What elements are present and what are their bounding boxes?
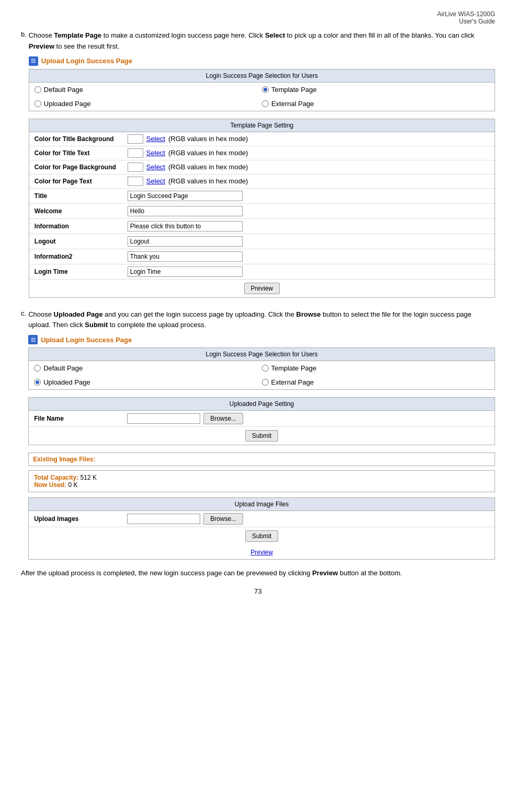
preview-link-images[interactable]: Preview xyxy=(250,549,273,556)
browse-button-uploaded[interactable]: Browse... xyxy=(203,413,243,424)
now-used-row: Now Used: 0 K xyxy=(34,481,489,489)
radio-uploaded-label-b: Uploaded Page xyxy=(44,100,91,108)
radio-external-input-c[interactable] xyxy=(262,379,269,386)
template-settings-header: Template Page Setting xyxy=(29,119,495,132)
information-input[interactable] xyxy=(128,221,243,231)
existing-files-label-text: Existing Image Files: xyxy=(33,456,95,463)
header-line1: AirLive WIAS-1200G xyxy=(21,10,495,18)
radio-external-c[interactable]: External Page xyxy=(262,378,489,386)
upload-images-label: Upload Images xyxy=(29,512,123,526)
color-title-text-hint: (RGB values in hex mode) xyxy=(168,149,248,157)
title-input[interactable] xyxy=(128,191,243,201)
preview-button-b[interactable]: Preview xyxy=(244,283,280,294)
radio-default-input-b[interactable] xyxy=(35,86,41,93)
radio-uploaded-input-c[interactable] xyxy=(34,379,41,386)
radio-default-b[interactable]: Default Page xyxy=(35,86,262,94)
logout-row: Logout xyxy=(29,234,495,249)
radio-external-input-b[interactable] xyxy=(262,100,269,107)
preview-bold: Preview xyxy=(29,42,54,50)
upload-header-label-b: Upload Login Success Page xyxy=(41,57,132,65)
title-row: Title xyxy=(29,189,495,204)
color-page-bg-row: Color for Page Background Select (RGB va… xyxy=(29,160,495,175)
upload-images-row: Upload Images Browse... xyxy=(29,511,495,527)
radio-template-input-b[interactable] xyxy=(262,86,269,93)
information2-value xyxy=(123,249,495,264)
radio-default-c[interactable]: Default Page xyxy=(34,364,261,372)
radio-template-c[interactable]: Template Page xyxy=(262,364,489,372)
color-page-text-hint: (RGB values in hex mode) xyxy=(168,177,248,185)
information-value xyxy=(123,219,495,234)
radio-uploaded-input-b[interactable] xyxy=(35,100,41,107)
section-b-letter: b. xyxy=(21,30,27,305)
logout-input[interactable] xyxy=(128,236,243,247)
information2-label: Information2 xyxy=(29,250,123,263)
color-title-bg-select[interactable]: Select xyxy=(146,135,165,143)
footer-text-after: button at the bottom. xyxy=(338,569,402,577)
radio-uploaded-c[interactable]: Uploaded Page xyxy=(34,378,261,386)
login-time-input[interactable] xyxy=(128,266,243,277)
text-after-select: to pick up a color and then fill in all … xyxy=(285,31,474,39)
section-b-content: Choose Template Page to make a customize… xyxy=(29,30,495,305)
color-page-bg-label: Color for Page Background xyxy=(29,160,123,174)
radio-template-b[interactable]: Template Page xyxy=(262,86,489,94)
color-title-bg-row: Color for Title Background Select (RGB v… xyxy=(29,132,495,146)
radio-uploaded-b[interactable]: Uploaded Page xyxy=(35,100,262,108)
section-c-content: Choose Uploaded Page and you can get the… xyxy=(28,309,495,560)
browse-bold: Browse xyxy=(296,310,321,318)
preview-row-b: Preview xyxy=(29,280,495,297)
color-page-bg-box xyxy=(128,163,143,172)
radio-uploaded-label-c: Uploaded Page xyxy=(43,378,90,386)
information2-input[interactable] xyxy=(128,251,243,262)
header-line2: User's Guide xyxy=(21,18,495,25)
upload-image-header: Upload Image Files xyxy=(29,498,495,511)
color-page-text-select[interactable]: Select xyxy=(146,177,165,185)
file-name-row: File Name Browse... xyxy=(29,411,495,427)
uploaded-page-bold: Uploaded Page xyxy=(54,310,103,318)
text-after-template: to make a customized login success page … xyxy=(101,31,265,39)
selection-panel-header-b: Login Success Page Selection for Users xyxy=(29,69,495,83)
welcome-input[interactable] xyxy=(128,206,243,216)
color-page-bg-select[interactable]: Select xyxy=(146,163,165,171)
color-title-text-row: Color for Title Text Select (RGB values … xyxy=(29,146,495,160)
now-used-label: Now Used: xyxy=(34,481,66,489)
upload-images-file-box[interactable] xyxy=(127,514,200,524)
submit-button-images[interactable]: Submit xyxy=(245,530,278,542)
radio-external-label-b: External Page xyxy=(271,100,314,108)
upload-icon-c: ☷ xyxy=(28,335,38,344)
color-page-text-label: Color for Page Text xyxy=(29,175,123,188)
capacity-panel: Total Capacity: 512 K Now Used: 0 K xyxy=(28,470,495,492)
total-capacity-row: Total Capacity: 512 K xyxy=(34,474,489,481)
footer-text-before: After the upload process is completed, t… xyxy=(21,569,312,577)
login-time-value xyxy=(123,264,495,279)
preview-link-row: Preview xyxy=(29,545,495,559)
color-title-bg-hint: (RGB values in hex mode) xyxy=(168,135,248,143)
color-page-text-value: Select (RGB values in hex mode) xyxy=(123,175,495,188)
color-page-text-row: Color for Page Text Select (RGB values i… xyxy=(29,175,495,189)
color-title-bg-box xyxy=(128,134,143,144)
text-end-c: to complete the upload process. xyxy=(108,321,206,329)
submit-button-uploaded[interactable]: Submit xyxy=(245,430,278,442)
selection-panel-body-c: Default Page Template Page Uploaded Page xyxy=(29,361,495,389)
logout-label: Logout xyxy=(29,235,123,248)
file-name-value: Browse... xyxy=(123,411,495,426)
color-title-text-select[interactable]: Select xyxy=(146,149,165,157)
radio-row-2-c: Uploaded Page External Page xyxy=(29,375,495,389)
template-settings-panel: Template Page Setting Color for Title Ba… xyxy=(29,119,495,298)
radio-external-b[interactable]: External Page xyxy=(262,100,489,108)
file-input-box[interactable] xyxy=(127,413,200,424)
color-title-text-value: Select (RGB values in hex mode) xyxy=(123,146,495,160)
section-c-intro: Choose Uploaded Page and you can get the… xyxy=(28,309,495,331)
select-bold: Select xyxy=(265,31,285,39)
radio-template-input-c[interactable] xyxy=(262,365,269,372)
submit-row-uploaded: Submit xyxy=(29,427,495,445)
browse-button-images[interactable]: Browse... xyxy=(203,513,243,525)
section-b: b. Choose Template Page to make a custom… xyxy=(21,30,495,305)
selection-panel-header-c: Login Success Page Selection for Users xyxy=(29,348,495,361)
footer-preview-bold: Preview xyxy=(312,569,338,577)
selection-panel-c: Login Success Page Selection for Users D… xyxy=(28,347,495,390)
information2-row: Information2 xyxy=(29,249,495,264)
upload-header-label-c: Upload Login Success Page xyxy=(41,336,132,344)
total-capacity-value: 512 K xyxy=(81,474,97,481)
text-choose-c: Choose xyxy=(28,310,53,318)
radio-default-input-c[interactable] xyxy=(34,365,41,372)
